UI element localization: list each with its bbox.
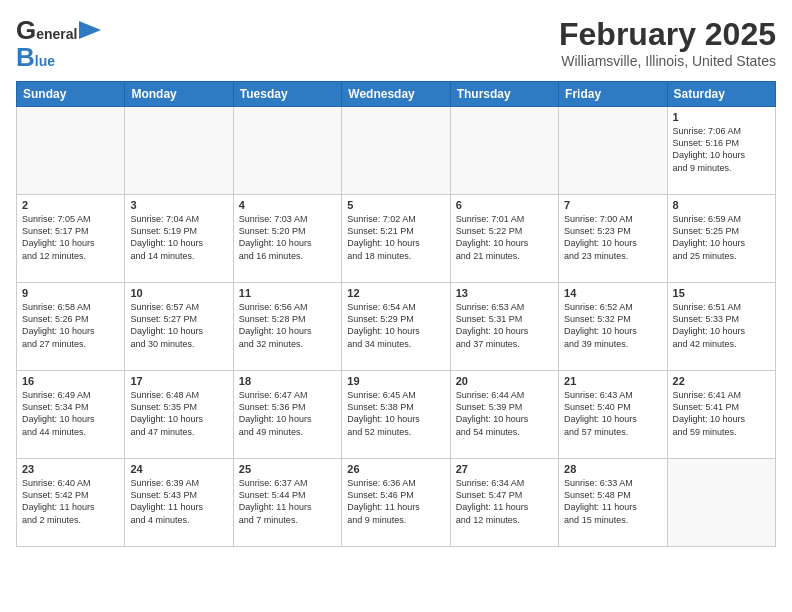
main-container: G eneral B lue February 2025 Williamsvil… — [0, 0, 792, 555]
day-info: Sunrise: 6:44 AM Sunset: 5:39 PM Dayligh… — [456, 389, 553, 438]
calendar-cell: 23Sunrise: 6:40 AM Sunset: 5:42 PM Dayli… — [17, 459, 125, 547]
day-info: Sunrise: 6:33 AM Sunset: 5:48 PM Dayligh… — [564, 477, 661, 526]
day-info: Sunrise: 6:43 AM Sunset: 5:40 PM Dayligh… — [564, 389, 661, 438]
calendar-cell — [450, 107, 558, 195]
day-number: 7 — [564, 199, 661, 211]
day-info: Sunrise: 6:40 AM Sunset: 5:42 PM Dayligh… — [22, 477, 119, 526]
day-number: 26 — [347, 463, 444, 475]
calendar-cell — [233, 107, 341, 195]
calendar-cell: 25Sunrise: 6:37 AM Sunset: 5:44 PM Dayli… — [233, 459, 341, 547]
day-number: 27 — [456, 463, 553, 475]
page-title: February 2025 — [559, 16, 776, 53]
day-number: 25 — [239, 463, 336, 475]
calendar-cell — [342, 107, 450, 195]
calendar-cell: 3Sunrise: 7:04 AM Sunset: 5:19 PM Daylig… — [125, 195, 233, 283]
calendar-week-4: 16Sunrise: 6:49 AM Sunset: 5:34 PM Dayli… — [17, 371, 776, 459]
calendar-cell: 12Sunrise: 6:54 AM Sunset: 5:29 PM Dayli… — [342, 283, 450, 371]
calendar-cell: 24Sunrise: 6:39 AM Sunset: 5:43 PM Dayli… — [125, 459, 233, 547]
day-info: Sunrise: 6:41 AM Sunset: 5:41 PM Dayligh… — [673, 389, 770, 438]
day-number: 24 — [130, 463, 227, 475]
day-info: Sunrise: 6:49 AM Sunset: 5:34 PM Dayligh… — [22, 389, 119, 438]
day-number: 20 — [456, 375, 553, 387]
calendar-cell: 27Sunrise: 6:34 AM Sunset: 5:47 PM Dayli… — [450, 459, 558, 547]
day-info: Sunrise: 7:06 AM Sunset: 5:16 PM Dayligh… — [673, 125, 770, 174]
col-tuesday: Tuesday — [233, 82, 341, 107]
day-info: Sunrise: 6:34 AM Sunset: 5:47 PM Dayligh… — [456, 477, 553, 526]
logo-b: B — [16, 43, 35, 72]
calendar-cell: 6Sunrise: 7:01 AM Sunset: 5:22 PM Daylig… — [450, 195, 558, 283]
calendar-cell — [125, 107, 233, 195]
calendar-cell: 28Sunrise: 6:33 AM Sunset: 5:48 PM Dayli… — [559, 459, 667, 547]
day-info: Sunrise: 6:51 AM Sunset: 5:33 PM Dayligh… — [673, 301, 770, 350]
day-number: 3 — [130, 199, 227, 211]
calendar-cell — [559, 107, 667, 195]
calendar-cell: 21Sunrise: 6:43 AM Sunset: 5:40 PM Dayli… — [559, 371, 667, 459]
col-saturday: Saturday — [667, 82, 775, 107]
calendar-cell: 7Sunrise: 7:00 AM Sunset: 5:23 PM Daylig… — [559, 195, 667, 283]
day-info: Sunrise: 6:36 AM Sunset: 5:46 PM Dayligh… — [347, 477, 444, 526]
col-thursday: Thursday — [450, 82, 558, 107]
day-info: Sunrise: 6:45 AM Sunset: 5:38 PM Dayligh… — [347, 389, 444, 438]
day-info: Sunrise: 6:53 AM Sunset: 5:31 PM Dayligh… — [456, 301, 553, 350]
col-friday: Friday — [559, 82, 667, 107]
day-number: 15 — [673, 287, 770, 299]
col-wednesday: Wednesday — [342, 82, 450, 107]
day-number: 1 — [673, 111, 770, 123]
day-number: 17 — [130, 375, 227, 387]
svg-marker-0 — [79, 21, 101, 39]
day-number: 9 — [22, 287, 119, 299]
calendar-week-3: 9Sunrise: 6:58 AM Sunset: 5:26 PM Daylig… — [17, 283, 776, 371]
calendar-cell: 4Sunrise: 7:03 AM Sunset: 5:20 PM Daylig… — [233, 195, 341, 283]
calendar-cell: 2Sunrise: 7:05 AM Sunset: 5:17 PM Daylig… — [17, 195, 125, 283]
day-info: Sunrise: 6:37 AM Sunset: 5:44 PM Dayligh… — [239, 477, 336, 526]
day-info: Sunrise: 6:39 AM Sunset: 5:43 PM Dayligh… — [130, 477, 227, 526]
calendar-cell: 1Sunrise: 7:06 AM Sunset: 5:16 PM Daylig… — [667, 107, 775, 195]
calendar-cell: 19Sunrise: 6:45 AM Sunset: 5:38 PM Dayli… — [342, 371, 450, 459]
day-info: Sunrise: 6:58 AM Sunset: 5:26 PM Dayligh… — [22, 301, 119, 350]
day-number: 11 — [239, 287, 336, 299]
day-number: 18 — [239, 375, 336, 387]
calendar-cell: 8Sunrise: 6:59 AM Sunset: 5:25 PM Daylig… — [667, 195, 775, 283]
calendar-cell: 14Sunrise: 6:52 AM Sunset: 5:32 PM Dayli… — [559, 283, 667, 371]
calendar-cell: 11Sunrise: 6:56 AM Sunset: 5:28 PM Dayli… — [233, 283, 341, 371]
day-info: Sunrise: 6:47 AM Sunset: 5:36 PM Dayligh… — [239, 389, 336, 438]
day-info: Sunrise: 7:04 AM Sunset: 5:19 PM Dayligh… — [130, 213, 227, 262]
day-info: Sunrise: 7:00 AM Sunset: 5:23 PM Dayligh… — [564, 213, 661, 262]
day-number: 5 — [347, 199, 444, 211]
calendar-cell: 10Sunrise: 6:57 AM Sunset: 5:27 PM Dayli… — [125, 283, 233, 371]
day-number: 8 — [673, 199, 770, 211]
day-number: 6 — [456, 199, 553, 211]
title-section: February 2025 Williamsville, Illinois, U… — [559, 16, 776, 69]
logo-arrow-icon — [79, 21, 101, 39]
day-number: 22 — [673, 375, 770, 387]
calendar-cell: 16Sunrise: 6:49 AM Sunset: 5:34 PM Dayli… — [17, 371, 125, 459]
calendar-cell: 18Sunrise: 6:47 AM Sunset: 5:36 PM Dayli… — [233, 371, 341, 459]
col-monday: Monday — [125, 82, 233, 107]
logo-eneral: eneral — [36, 27, 77, 42]
logo: G eneral B lue — [16, 16, 101, 71]
calendar-header-row: Sunday Monday Tuesday Wednesday Thursday… — [17, 82, 776, 107]
calendar-cell: 20Sunrise: 6:44 AM Sunset: 5:39 PM Dayli… — [450, 371, 558, 459]
calendar-cell: 26Sunrise: 6:36 AM Sunset: 5:46 PM Dayli… — [342, 459, 450, 547]
day-info: Sunrise: 6:54 AM Sunset: 5:29 PM Dayligh… — [347, 301, 444, 350]
header: G eneral B lue February 2025 Williamsvil… — [16, 16, 776, 71]
col-sunday: Sunday — [17, 82, 125, 107]
day-number: 16 — [22, 375, 119, 387]
calendar-cell: 9Sunrise: 6:58 AM Sunset: 5:26 PM Daylig… — [17, 283, 125, 371]
day-number: 12 — [347, 287, 444, 299]
day-number: 13 — [456, 287, 553, 299]
day-number: 10 — [130, 287, 227, 299]
day-info: Sunrise: 7:03 AM Sunset: 5:20 PM Dayligh… — [239, 213, 336, 262]
day-info: Sunrise: 6:52 AM Sunset: 5:32 PM Dayligh… — [564, 301, 661, 350]
day-info: Sunrise: 7:02 AM Sunset: 5:21 PM Dayligh… — [347, 213, 444, 262]
day-info: Sunrise: 7:05 AM Sunset: 5:17 PM Dayligh… — [22, 213, 119, 262]
calendar-cell: 15Sunrise: 6:51 AM Sunset: 5:33 PM Dayli… — [667, 283, 775, 371]
day-number: 14 — [564, 287, 661, 299]
day-info: Sunrise: 6:57 AM Sunset: 5:27 PM Dayligh… — [130, 301, 227, 350]
calendar-week-5: 23Sunrise: 6:40 AM Sunset: 5:42 PM Dayli… — [17, 459, 776, 547]
day-number: 28 — [564, 463, 661, 475]
page-subtitle: Williamsville, Illinois, United States — [559, 53, 776, 69]
day-number: 19 — [347, 375, 444, 387]
day-number: 2 — [22, 199, 119, 211]
calendar-week-1: 1Sunrise: 7:06 AM Sunset: 5:16 PM Daylig… — [17, 107, 776, 195]
